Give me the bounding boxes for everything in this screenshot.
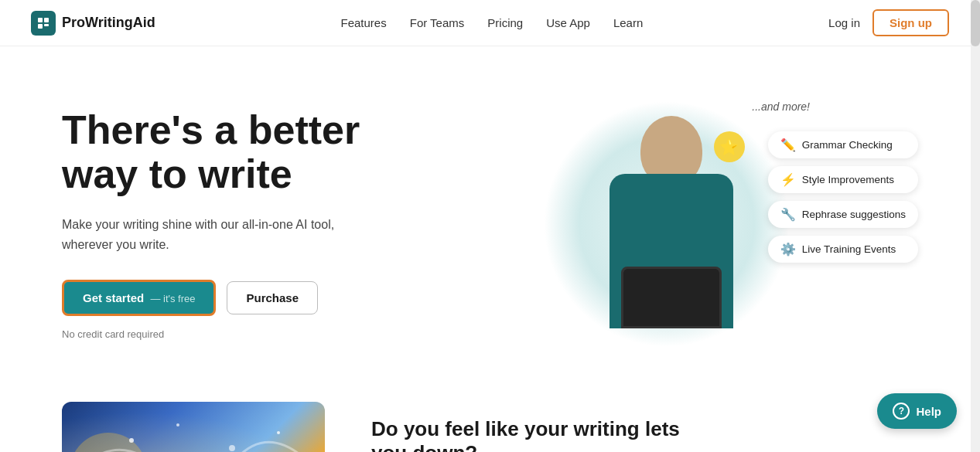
bottom-heading: Do you feel like your writing lets you d… <box>371 417 681 452</box>
starry-night-svg <box>62 402 325 452</box>
nav-learn[interactable]: Learn <box>613 16 643 29</box>
star-icon: ⭐ <box>714 131 745 162</box>
svg-rect-0 <box>38 18 43 22</box>
feature-pill-grammar: ✏️ Grammar Checking <box>768 131 918 158</box>
feature-pill-training: ⚙️ Live Training Events <box>768 236 918 263</box>
hero-right: ⭐ ...and more! ✏️ Grammar Checking ⚡ Sty… <box>464 93 918 371</box>
scrollbar-track[interactable] <box>971 0 980 452</box>
feature-pill-rephrase: 🔧 Rephrase suggestions <box>768 201 918 228</box>
bottom-image <box>62 402 325 452</box>
nav-links: Features For Teams Pricing Use App Learn <box>341 16 644 29</box>
feature-pill-rephrase-label: Rephrase suggestions <box>802 209 906 220</box>
person-torso <box>610 174 733 328</box>
login-link[interactable]: Log in <box>828 16 860 29</box>
hero-heading: There's a better way to write <box>62 108 464 196</box>
signup-button[interactable]: Sign up <box>872 9 949 36</box>
training-icon: ⚙️ <box>780 242 796 257</box>
svg-point-6 <box>176 423 179 427</box>
hero-subtext: Make your writing shine with our all-in-… <box>62 215 356 254</box>
bottom-text: Do you feel like your writing lets you d… <box>371 402 681 452</box>
feature-pill-style-label: Style Improvements <box>802 174 894 185</box>
help-button[interactable]: ? Help <box>877 393 957 429</box>
svg-point-4 <box>70 433 147 452</box>
no-credit-card-text: No credit card required <box>62 328 464 340</box>
laptop-screen <box>623 269 719 326</box>
feature-pill-style: ⚡ Style Improvements <box>768 166 918 193</box>
style-icon: ⚡ <box>780 172 796 187</box>
svg-rect-1 <box>44 18 49 22</box>
logo-icon <box>31 11 56 36</box>
nav-teams[interactable]: For Teams <box>410 16 465 29</box>
laptop <box>621 267 722 328</box>
navigation: ProWritingAid Features For Teams Pricing… <box>0 0 980 46</box>
svg-rect-3 <box>44 24 49 26</box>
svg-point-8 <box>277 431 280 434</box>
hero-person <box>571 93 772 371</box>
purchase-button[interactable]: Purchase <box>227 281 318 314</box>
brand-name: ProWritingAid <box>62 15 155 31</box>
grammar-icon: ✏️ <box>780 138 796 152</box>
scrollbar-thumb[interactable] <box>971 0 980 46</box>
svg-point-7 <box>229 445 235 451</box>
svg-rect-2 <box>38 24 43 29</box>
logo[interactable]: ProWritingAid <box>31 11 155 36</box>
hero-buttons: Get started — it's free Purchase <box>62 280 464 316</box>
feature-pill-training-label: Live Training Events <box>802 243 896 255</box>
help-circle-icon: ? <box>893 403 910 420</box>
nav-features[interactable]: Features <box>341 16 387 29</box>
get-started-button[interactable]: Get started — it's free <box>62 280 216 316</box>
help-label: Help <box>916 405 941 418</box>
feature-pills: ✏️ Grammar Checking ⚡ Style Improvements… <box>768 131 918 263</box>
svg-point-5 <box>129 438 134 443</box>
feature-pill-grammar-label: Grammar Checking <box>802 139 893 151</box>
nav-pricing[interactable]: Pricing <box>487 16 523 29</box>
bottom-section: Do you feel like your writing lets you d… <box>0 402 980 452</box>
nav-use-app[interactable]: Use App <box>546 16 590 29</box>
hero-section: There's a better way to write Make your … <box>0 46 980 402</box>
rephrase-icon: 🔧 <box>780 207 796 222</box>
nav-right: Log in Sign up <box>828 9 949 36</box>
hero-left: There's a better way to write Make your … <box>62 93 464 340</box>
